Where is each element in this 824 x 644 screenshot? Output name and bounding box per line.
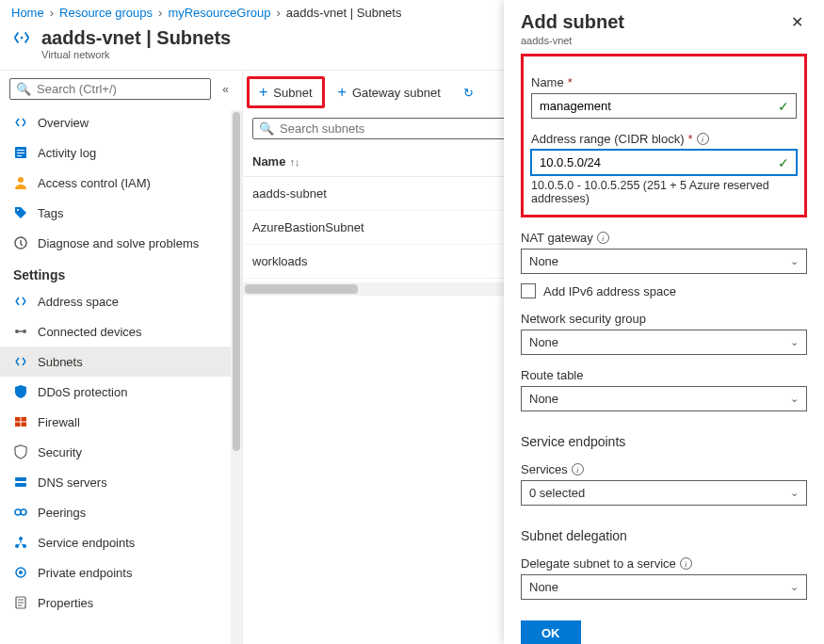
- sidebar-item-connected-devices[interactable]: Connected devices: [0, 316, 242, 346]
- services-label: Services i: [521, 462, 807, 476]
- sidebar-item-peerings[interactable]: Peerings: [0, 497, 242, 527]
- dns-icon: [13, 475, 28, 490]
- refresh-button[interactable]: ↻: [454, 80, 483, 105]
- route-table-label: Route table: [521, 368, 807, 382]
- sidebar-item-label: Private endpoints: [38, 566, 132, 580]
- subnet-delegation-heading: Subnet delegation: [521, 528, 807, 543]
- sidebar-item-label: Service endpoints: [38, 536, 135, 550]
- service-endpoints-icon: [13, 535, 28, 550]
- range-hint: 10.0.5.0 - 10.0.5.255 (251 + 5 Azure res…: [531, 179, 797, 205]
- svg-point-6: [17, 209, 19, 211]
- sidebar-item-label: Firewall: [38, 415, 80, 429]
- ipv6-label: Add IPv6 address space: [543, 284, 676, 298]
- svg-point-9: [23, 330, 26, 333]
- add-subnet-button[interactable]: + Subnet: [247, 76, 325, 108]
- nsg-label: Network security group: [521, 312, 807, 326]
- select-value: None: [529, 335, 558, 349]
- info-icon[interactable]: i: [697, 133, 709, 145]
- ok-button[interactable]: OK: [521, 620, 581, 644]
- breadcrumb-resource-groups[interactable]: Resource groups: [59, 6, 153, 20]
- sort-icon: ↑↓: [289, 156, 299, 168]
- sidebar-item-service-endpoints[interactable]: Service endpoints: [0, 527, 242, 557]
- svg-rect-4: [17, 155, 22, 156]
- select-value: None: [529, 254, 558, 268]
- search-icon: 🔍: [259, 121, 274, 136]
- sidebar-item-dns[interactable]: DNS servers: [0, 467, 242, 497]
- diagnose-icon: [13, 235, 28, 250]
- sidebar-item-label: DDoS protection: [38, 385, 127, 399]
- svg-point-8: [15, 330, 19, 333]
- route-table-select[interactable]: None ⌄: [521, 386, 807, 411]
- sidebar-item-label: Tags: [38, 206, 63, 220]
- sidebar-item-activity-log[interactable]: Activity log: [0, 137, 242, 168]
- plus-icon: +: [259, 85, 267, 100]
- sidebar: 🔍 « Overview Activity log Access control…: [0, 71, 243, 644]
- info-icon[interactable]: i: [572, 463, 584, 475]
- sidebar-item-label: Subnets: [38, 355, 83, 369]
- sidebar-item-label: Peerings: [38, 506, 86, 520]
- range-label: Address range (CIDR block)* i: [531, 132, 797, 146]
- sidebar-item-label: Access control (IAM): [38, 176, 151, 190]
- chevron-right-icon: ›: [276, 6, 280, 20]
- sidebar-item-label: DNS servers: [38, 475, 107, 490]
- private-endpoints-icon: [13, 565, 28, 580]
- ipv6-checkbox[interactable]: [521, 283, 536, 298]
- sidebar-item-ddos[interactable]: DDoS protection: [0, 377, 242, 407]
- sidebar-item-label: Activity log: [38, 146, 96, 160]
- vnet-icon: [11, 27, 32, 51]
- nsg-select[interactable]: None ⌄: [521, 330, 807, 355]
- info-icon[interactable]: i: [680, 557, 692, 570]
- breadcrumb-home[interactable]: Home: [11, 6, 44, 20]
- address-range-input[interactable]: [531, 150, 797, 175]
- name-input[interactable]: [531, 93, 797, 119]
- highlighted-form-section: Name* ✓ Address range (CIDR block)* i ✓ …: [521, 54, 807, 217]
- collapse-sidebar-button[interactable]: «: [218, 81, 233, 98]
- activity-log-icon: [13, 145, 28, 160]
- nat-gateway-select[interactable]: None ⌄: [521, 249, 807, 274]
- svg-point-14: [21, 509, 26, 515]
- info-icon[interactable]: i: [597, 232, 609, 244]
- svg-point-13: [15, 509, 21, 515]
- sidebar-item-properties[interactable]: Properties: [0, 588, 242, 618]
- sidebar-item-firewall[interactable]: Firewall: [0, 407, 242, 437]
- chevron-down-icon: ⌄: [790, 393, 799, 405]
- subnets-icon: [13, 354, 28, 369]
- sidebar-item-label: Diagnose and solve problems: [38, 236, 199, 250]
- svg-point-5: [18, 177, 24, 183]
- services-select[interactable]: 0 selected ⌄: [521, 480, 807, 506]
- delegate-label: Delegate subnet to a service i: [521, 556, 807, 571]
- svg-rect-2: [17, 150, 24, 151]
- breadcrumb-my-resource-group[interactable]: myResourceGroup: [168, 6, 270, 20]
- sidebar-item-label: Security: [38, 445, 82, 459]
- chevron-right-icon: ›: [50, 6, 54, 20]
- sidebar-item-tags[interactable]: Tags: [0, 198, 242, 228]
- toolbar-gateway-label: Gateway subnet: [352, 86, 441, 100]
- sidebar-scrollbar[interactable]: [231, 110, 242, 644]
- sidebar-nav: Overview Activity log Access control (IA…: [0, 107, 242, 644]
- svg-point-0: [21, 37, 24, 40]
- checkmark-icon: ✓: [778, 155, 789, 170]
- close-icon[interactable]: ✕: [787, 11, 807, 33]
- chevron-down-icon: ⌄: [790, 255, 799, 267]
- sidebar-item-iam[interactable]: Access control (IAM): [0, 168, 242, 198]
- plus-icon: +: [338, 85, 347, 100]
- vnet-outline-icon: [13, 115, 28, 130]
- sidebar-item-security[interactable]: Security: [0, 437, 242, 467]
- ddos-icon: [13, 384, 28, 399]
- sidebar-item-private-endpoints[interactable]: Private endpoints: [0, 557, 242, 588]
- sidebar-item-overview[interactable]: Overview: [0, 107, 242, 137]
- sidebar-search-input[interactable]: [37, 82, 204, 96]
- sidebar-search[interactable]: 🔍: [9, 78, 211, 100]
- select-value: None: [529, 580, 558, 594]
- address-space-icon: [13, 294, 28, 309]
- peerings-icon: [13, 505, 28, 520]
- sidebar-item-diagnose[interactable]: Diagnose and solve problems: [0, 228, 242, 258]
- sidebar-item-subnets[interactable]: Subnets: [0, 346, 242, 377]
- sidebar-heading-settings: Settings: [0, 258, 242, 286]
- add-gateway-subnet-button[interactable]: + Gateway subnet: [329, 79, 450, 105]
- security-icon: [13, 444, 28, 459]
- firewall-icon: [13, 414, 28, 429]
- delegate-select[interactable]: None ⌄: [521, 574, 807, 600]
- search-icon: 🔍: [16, 82, 31, 96]
- sidebar-item-address-space[interactable]: Address space: [0, 286, 242, 316]
